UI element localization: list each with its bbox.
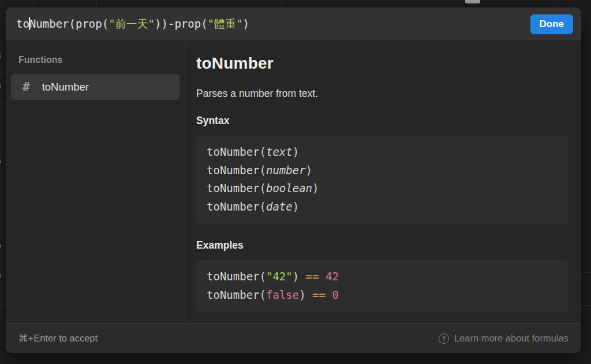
table-column-line [33,0,33,7]
sidebar-item-label: toNumber [42,81,89,93]
background-button-fragment [465,0,480,3]
table-cell-fragment: 0 [0,241,1,251]
table-row-line [0,102,6,103]
accept-hint: ⌘+Enter to accept [18,333,98,344]
table-row-line [0,73,6,74]
table-row-line [581,305,591,306]
learn-more-label: Learn more about formulas [454,333,568,344]
table-row-line [0,217,6,218]
screen: 88508 toNumber(prop("前一天"))-prop("體重") D… [0,0,591,364]
table-row-line [0,131,6,132]
table-cell-fragment: 8 [0,51,1,61]
background-table-left-column: 88508 [0,0,6,364]
functions-section-label: Functions [11,55,179,65]
table-column-line [96,0,97,7]
syntax-code-block: toNumber(text)toNumber(number)toNumber(b… [196,136,568,224]
formula-input[interactable]: toNumber(prop("前一天"))-prop("體重") [16,17,249,32]
table-row-line [0,189,6,189]
done-button[interactable]: Done [530,14,574,34]
table-column-line [281,0,282,7]
sidebar-item-tonumber[interactable]: # toNumber [11,74,179,100]
table-cell-fragment: 8 [0,81,1,91]
question-circle-icon: ? [439,333,449,344]
function-description: Parses a number from text. [196,88,568,100]
table-cell-fragment: 8 [0,270,1,280]
formula-editor-popup: toNumber(prop("前一天"))-prop("體重") Done Fu… [6,7,581,353]
table-row-line [0,246,6,247]
functions-sidebar: Functions # toNumber [6,40,185,323]
popup-body: Functions # toNumber toNumber Parses a n… [6,40,581,323]
table-column-line [556,0,556,7]
formula-bar: toNumber(prop("前一天"))-prop("體重") Done [6,7,581,40]
table-row-line [0,160,6,160]
hash-icon: # [23,80,30,94]
popup-footer: ⌘+Enter to accept ? Learn more about for… [6,323,581,353]
function-detail-panel: toNumber Parses a number from text. Synt… [185,40,581,323]
examples-header: Examples [196,239,568,252]
table-row-line [0,275,6,276]
function-title: toNumber [196,54,568,73]
table-column-line [462,0,462,7]
learn-more-link[interactable]: ? Learn more about formulas [439,333,568,344]
syntax-header: Syntax [196,115,568,127]
table-row-line [0,304,6,305]
table-cell-fragment: 5 [0,156,1,166]
table-row-line [581,272,591,273]
examples-code-block: toNumber("42") == 42toNumber(false) == 0 [196,260,568,313]
